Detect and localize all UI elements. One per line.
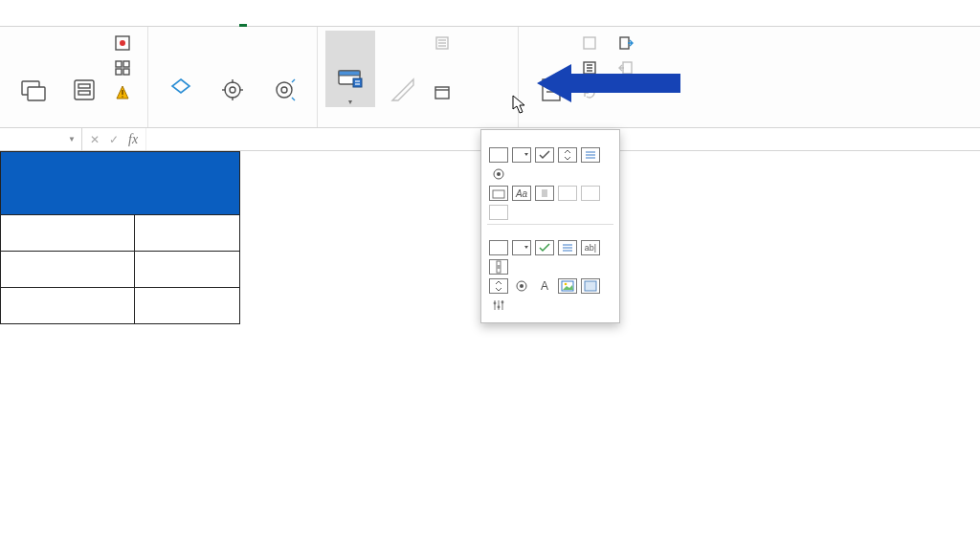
expansion-packs-icon — [582, 60, 597, 76]
com-addins-icon — [270, 76, 299, 104]
svg-rect-56 — [497, 265, 501, 269]
svg-point-19 — [277, 82, 292, 98]
activex-list-box[interactable] — [558, 240, 577, 255]
chevron-down-icon: ▾ — [348, 98, 352, 106]
svg-rect-49 — [542, 189, 547, 197]
refresh-data-button[interactable] — [578, 80, 607, 105]
activex-image[interactable] — [558, 278, 577, 294]
svg-point-13 — [225, 82, 240, 98]
fx-icon[interactable]: fx — [128, 132, 138, 147]
source-icon — [537, 76, 566, 104]
svg-point-60 — [565, 283, 568, 286]
record-macro-icon — [115, 35, 130, 51]
form-button-control[interactable] — [489, 147, 508, 163]
form-scrollbar-control[interactable] — [535, 186, 554, 201]
group-code — [0, 27, 148, 127]
svg-rect-2 — [75, 80, 94, 99]
group-addins — [148, 27, 318, 127]
todo-task-cell[interactable] — [1, 288, 135, 324]
group-controls: ▾ Controls — [318, 27, 519, 127]
insert-controls-icon — [336, 65, 365, 94]
run-dialog-button[interactable] — [431, 80, 459, 105]
todo-check-cell[interactable] — [135, 288, 240, 324]
tab-view[interactable] — [203, 16, 230, 26]
tab-review[interactable] — [176, 16, 203, 26]
expansion-packs-button[interactable] — [578, 55, 607, 80]
properties-icon — [434, 35, 450, 51]
activex-command-button[interactable] — [489, 240, 508, 255]
enter-formula-icon[interactable]: ✓ — [109, 133, 119, 146]
activex-option-button[interactable] — [512, 278, 531, 294]
tab-page-layout[interactable] — [96, 16, 122, 26]
import-button[interactable] — [614, 31, 643, 55]
activex-combo-box[interactable] — [512, 240, 531, 255]
form-controls-heading — [487, 136, 613, 145]
design-mode-button[interactable] — [377, 31, 429, 107]
group-code-label — [8, 124, 140, 127]
cancel-formula-icon[interactable]: ✕ — [90, 133, 100, 146]
tab-home[interactable] — [42, 16, 69, 26]
group-xml — [519, 27, 651, 127]
addins-icon — [167, 76, 195, 104]
visual-basic-icon — [18, 76, 47, 104]
activex-check-box[interactable] — [535, 240, 554, 255]
tab-developer[interactable] — [230, 16, 256, 26]
source-button[interactable] — [526, 31, 576, 107]
svg-point-12 — [122, 96, 123, 98]
tab-formulas[interactable] — [122, 16, 149, 26]
form-label-control[interactable]: Aa — [512, 186, 531, 201]
name-box[interactable]: ▼ — [0, 128, 82, 150]
use-relative-references-button[interactable] — [111, 55, 140, 80]
tab-help[interactable] — [256, 16, 283, 26]
svg-point-63 — [498, 306, 501, 309]
todo-task-cell[interactable] — [1, 252, 135, 288]
macro-security-icon — [115, 85, 130, 100]
form-groupbox-control[interactable] — [489, 186, 508, 201]
properties-button[interactable] — [431, 31, 459, 55]
activex-spin-button[interactable] — [489, 278, 508, 294]
macros-button[interactable] — [59, 31, 109, 107]
svg-rect-32 — [543, 79, 560, 100]
form-spin-control[interactable] — [558, 147, 577, 163]
macros-icon — [70, 76, 99, 104]
activex-label[interactable]: A — [535, 278, 554, 294]
form-option-control[interactable] — [489, 166, 508, 182]
todo-check-cell[interactable] — [135, 252, 240, 288]
form-combo-list-control — [581, 186, 600, 201]
todo-task-cell[interactable] — [1, 215, 135, 252]
svg-rect-8 — [123, 61, 129, 67]
name-box-dropdown-icon[interactable]: ▼ — [68, 135, 76, 143]
tab-insert[interactable] — [69, 16, 96, 26]
export-icon — [618, 60, 634, 76]
todo-check-cell[interactable] — [135, 215, 240, 252]
tab-data[interactable] — [149, 16, 176, 26]
form-combo-dropdown-control — [489, 205, 508, 220]
insert-controls-button[interactable]: ▾ — [325, 31, 375, 107]
tab-power-pivot[interactable] — [283, 16, 310, 26]
tab-file[interactable] — [15, 16, 42, 26]
export-button[interactable] — [614, 55, 643, 80]
excel-addins-button[interactable] — [208, 31, 257, 107]
activex-toggle-button[interactable] — [581, 278, 600, 294]
macro-security-button[interactable] — [111, 80, 140, 105]
visual-basic-button[interactable] — [8, 31, 57, 107]
group-xml-label — [526, 124, 643, 127]
svg-rect-38 — [620, 37, 629, 49]
svg-rect-10 — [123, 69, 129, 75]
design-mode-icon — [389, 76, 417, 104]
svg-rect-30 — [435, 87, 449, 99]
form-checkbox-control[interactable] — [535, 147, 554, 163]
map-properties-button[interactable] — [578, 31, 607, 55]
svg-rect-22 — [339, 71, 360, 76]
record-macro-button[interactable] — [111, 31, 140, 55]
activex-text-box[interactable]: ab| — [581, 240, 600, 255]
todo-header — [1, 152, 240, 215]
form-combo-control[interactable] — [512, 147, 531, 163]
activex-scroll-bar[interactable] — [489, 259, 508, 275]
addins-button[interactable] — [156, 31, 206, 107]
svg-point-6 — [120, 40, 125, 46]
com-addins-button[interactable] — [259, 31, 309, 107]
activex-more-controls[interactable] — [489, 298, 508, 313]
svg-point-20 — [281, 87, 287, 93]
form-listbox-control[interactable] — [581, 147, 600, 163]
